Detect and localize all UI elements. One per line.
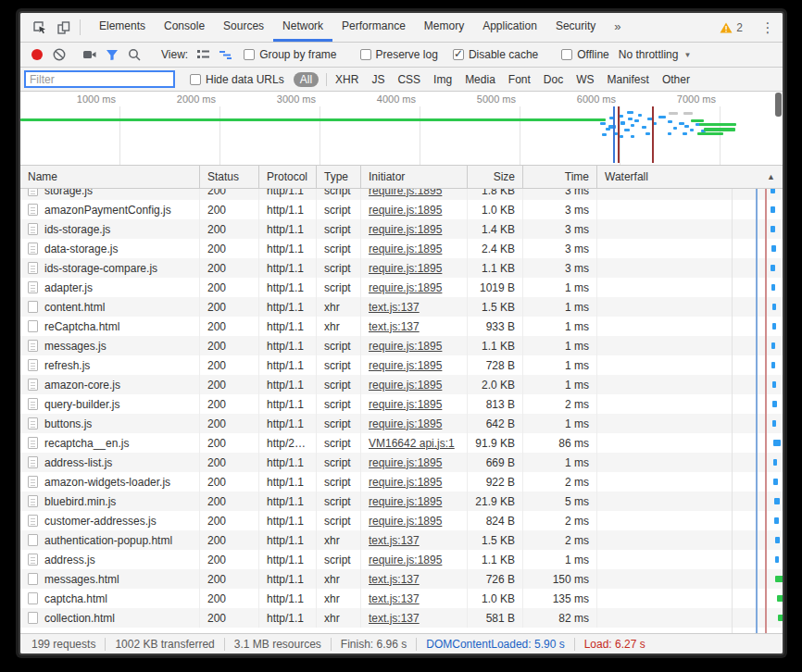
initiator-link[interactable]: text.js:137 [369,592,420,605]
preserve-log-checkbox[interactable]: Preserve log [360,48,438,61]
filter-type-xhr[interactable]: XHR [335,73,358,86]
console-warnings-badge[interactable]: 2 [714,21,748,34]
initiator-link[interactable]: require.js:1895 [369,189,442,197]
filter-type-media[interactable]: Media [465,73,495,86]
initiator-link[interactable]: text.js:137 [369,301,420,314]
column-header-time[interactable]: Time [523,166,597,188]
filter-icon[interactable] [101,44,123,65]
column-header-protocol[interactable]: Protocol [259,166,317,188]
devtools-menu-icon[interactable]: ⋮ [757,19,779,36]
table-row[interactable]: content.html200http/1.1xhrtext.js:1371.5… [20,297,783,317]
initiator-link[interactable]: require.js:1895 [369,476,442,489]
table-row[interactable]: bluebird.min.js200http/1.1scriptrequire.… [20,492,783,511]
device-toolbar-icon[interactable] [52,13,76,42]
cell-waterfall [597,200,783,219]
initiator-link[interactable]: require.js:1895 [369,223,442,236]
tab-security[interactable]: Security [546,13,605,42]
throttling-dropdown[interactable]: No throttling ▼ [619,48,692,61]
initiator-link[interactable]: require.js:1895 [369,515,442,528]
filter-type-doc[interactable]: Doc [544,73,563,86]
column-header-initiator[interactable]: Initiator [361,166,468,188]
record-network-log-button[interactable] [26,44,48,65]
tab-performance[interactable]: Performance [332,13,415,42]
initiator-link[interactable]: require.js:1895 [369,398,442,411]
table-row[interactable]: ids-storage-compare.js200http/1.1scriptr… [20,258,783,278]
column-header-waterfall[interactable]: Waterfall▲ [597,166,783,188]
hide-data-urls-checkbox[interactable]: Hide data URLs [190,73,284,86]
initiator-link[interactable]: require.js:1895 [369,554,442,566]
initiator-link[interactable]: text.js:137 [369,612,420,625]
table-row[interactable]: address-list.js200http/1.1scriptrequire.… [20,453,783,472]
table-row[interactable]: ids-storage.js200http/1.1scriptrequire.j… [20,219,783,239]
initiator-link[interactable]: require.js:1895 [369,495,442,508]
table-row[interactable]: amazon-core.js200http/1.1scriptrequire.j… [20,375,783,394]
offline-checkbox[interactable]: Offline [561,48,608,61]
initiator-link[interactable]: require.js:1895 [369,340,442,353]
filter-type-other[interactable]: Other [662,73,690,86]
tab-elements[interactable]: Elements [90,13,155,42]
table-row[interactable]: refresh.js200http/1.1scriptrequire.js:18… [20,355,783,375]
show-overview-icon[interactable] [214,44,236,65]
table-row[interactable]: recaptcha__en.js200http/2…scriptVM16642 … [20,433,783,453]
table-row[interactable]: customer-addresses.js200http/1.1scriptre… [20,511,783,530]
filter-input[interactable] [24,70,175,88]
table-row[interactable]: amazonPaymentConfig.js200http/1.1scriptr… [20,200,783,219]
use-large-rows-icon[interactable] [192,44,214,65]
network-overview[interactable]: 1000 ms2000 ms3000 ms4000 ms5000 ms6000 … [20,92,783,166]
sort-ascending-icon[interactable]: ▲ [767,172,775,181]
table-row[interactable]: authentication-popup.html200http/1.1xhrt… [20,530,783,550]
capture-screenshots-icon[interactable] [79,44,101,65]
group-by-frame-checkbox[interactable]: Group by frame [244,48,336,61]
initiator-link[interactable]: require.js:1895 [369,281,442,294]
initiator-link[interactable]: require.js:1895 [369,204,442,217]
column-header-size[interactable]: Size [468,166,523,188]
initiator-link[interactable]: require.js:1895 [369,262,442,275]
filter-type-css[interactable]: CSS [397,73,420,86]
table-row[interactable]: buttons.js200http/1.1scriptrequire.js:18… [20,414,783,433]
clear-network-log-button[interactable] [48,44,70,65]
table-row[interactable]: data-storage.js200http/1.1scriptrequire.… [20,239,783,258]
table-row[interactable]: amazon-widgets-loader.js200http/1.1scrip… [20,472,783,492]
cell-time: 1 ms [523,414,597,433]
tab-memory[interactable]: Memory [415,13,473,42]
initiator-link[interactable]: require.js:1895 [369,417,442,430]
overview-scrollbar-thumb[interactable] [775,93,782,117]
table-row[interactable]: messages.js200http/1.1scriptrequire.js:1… [20,336,783,355]
filter-type-ws[interactable]: WS [576,73,594,86]
cell-time: 1 ms [523,550,597,569]
request-name: customer-addresses.js [44,515,157,528]
tab-console[interactable]: Console [155,13,214,42]
record-icon [31,49,43,60]
filter-type-font[interactable]: Font [508,73,531,86]
filter-type-all[interactable]: All [294,72,319,87]
disable-cache-checkbox[interactable]: Disable cache [453,48,538,61]
tab-sources[interactable]: Sources [214,13,273,42]
table-row[interactable]: address.js200http/1.1scriptrequire.js:18… [20,550,783,569]
inspect-element-icon[interactable] [28,13,52,42]
filter-type-js[interactable]: JS [371,73,384,86]
initiator-link[interactable]: require.js:1895 [369,456,442,469]
initiator-link[interactable]: text.js:137 [369,320,420,333]
initiator-link[interactable]: VM16642 api.js:1 [369,437,455,450]
initiator-link[interactable]: require.js:1895 [369,359,442,372]
column-header-status[interactable]: Status [200,166,259,188]
initiator-link[interactable]: text.js:137 [369,573,420,586]
table-row[interactable]: reCaptcha.html200http/1.1xhrtext.js:1379… [20,317,783,336]
initiator-link[interactable]: text.js:137 [369,534,420,547]
table-row[interactable]: collection.html200http/1.1xhrtext.js:137… [20,608,783,628]
column-header-name[interactable]: Name [20,166,200,188]
table-row[interactable]: adapter.js200http/1.1scriptrequire.js:18… [20,278,783,297]
table-row[interactable]: storage.js200http/1.1scriptrequire.js:18… [20,189,783,200]
table-row[interactable]: captcha.html200http/1.1xhrtext.js:1371.0… [20,589,783,608]
table-row[interactable]: query-builder.js200http/1.1scriptrequire… [20,394,783,414]
table-row[interactable]: messages.html200http/1.1xhrtext.js:13772… [20,569,783,589]
initiator-link[interactable]: require.js:1895 [369,379,442,392]
column-header-type[interactable]: Type [317,166,361,188]
filter-type-manifest[interactable]: Manifest [608,73,649,86]
more-tabs-button[interactable]: » [605,13,630,42]
filter-type-img[interactable]: Img [433,73,452,86]
initiator-link[interactable]: require.js:1895 [369,243,442,255]
tab-network[interactable]: Network [273,13,332,42]
search-icon[interactable] [123,44,145,65]
tab-application[interactable]: Application [473,13,546,42]
